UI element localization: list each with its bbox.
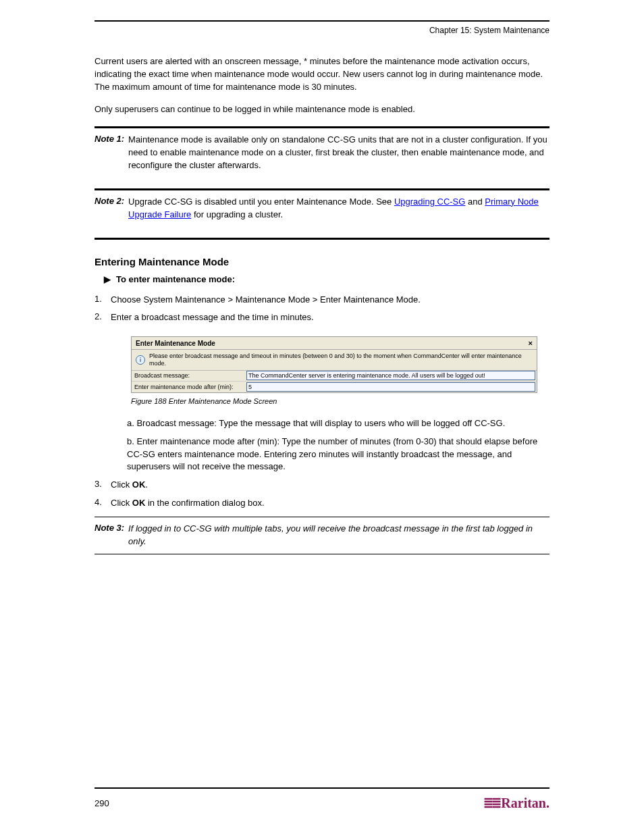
note-2-label: Note 2: [95,196,124,206]
brand-logo: ≣≣ Raritan. [483,796,549,811]
info-icon: i [136,355,145,365]
intro-paragraph-1: Current users are alerted with an onscre… [95,55,549,94]
step-1-text: Choose System Maintenance > Maintenance … [111,294,549,307]
step-4-pre: Click [111,498,132,508]
timeout-min-label: Enter maintenance mode after (min): [132,384,246,390]
upgrading-ccsg-link[interactable]: Upgrading CC-SG [394,197,466,207]
step-3-post: . [145,479,148,490]
procedure-label: To enter maintenance mode: [116,274,549,284]
step-3: 3. Click OK. [95,479,549,492]
step-4-post: in the confirmation dialog box. [145,498,264,508]
note-1: Note 1: Maintenance mode is available on… [95,128,549,178]
note-2-suffix: for upgrading a cluster. [194,209,283,219]
enter-maintenance-dialog: Enter Maintenance Mode × i Please enter … [131,336,537,393]
close-icon[interactable]: × [529,339,533,347]
dialog-title: Enter Maintenance Mode [136,340,215,347]
broadcast-message-label: Broadcast message: [132,372,246,379]
page-number: 290 [95,798,109,808]
step-3-pre: Click [111,479,132,490]
note-2-prefix: Upgrade CC-SG is disabled until you ente… [128,197,394,207]
section-title: Entering Maintenance Mode [95,256,549,267]
brand-logo-icon: ≣≣ [483,796,500,811]
arrow-icon: ▶ [104,274,116,284]
step-1: 1. Choose System Maintenance > Maintenan… [95,294,549,307]
note-2: Note 2: Upgrade CC-SG is disabled until … [95,190,549,227]
brand-logo-text: Raritan. [501,796,549,811]
step-3-ok: OK [132,479,146,490]
note-2-body: Upgrade CC-SG is disabled until you ente… [128,196,549,221]
page-footer: 290 ≣≣ Raritan. [95,787,549,811]
step-4-ok: OK [132,498,146,508]
step-2-text: Enter a broadcast message and the time i… [111,311,549,324]
figure-caption: Figure 188 Enter Maintenance Mode Screen [131,397,549,405]
broadcast-message-input[interactable] [246,371,535,380]
intro-paragraph-2: Only superusers can continue to be logge… [95,103,549,116]
note-3-label: Note 3: [95,523,124,533]
dialog-info-text: Please enter broadcast message and timeo… [149,353,533,367]
step-4: 4. Click OK in the confirmation dialog b… [95,497,549,510]
note-1-label: Note 1: [95,134,124,144]
note-1-body: Maintenance mode is available only on st… [128,134,549,172]
chapter-header: Chapter 15: System Maintenance [95,26,549,35]
step-2: 2. Enter a broadcast message and the tim… [95,311,549,324]
step-2a-text: a. Broadcast message: Type the message t… [127,417,549,430]
step-2b: b. Enter maintenance mode after (min): T… [111,436,549,474]
step-2a: a. Broadcast message: Type the message t… [111,417,549,430]
step-2b-text: b. Enter maintenance mode after (min): T… [127,436,549,474]
note-2-mid: and [468,197,485,207]
timeout-min-input[interactable] [246,382,535,392]
procedure-bullet: ▶ To enter maintenance mode: [104,274,549,284]
note-3: Note 3: If logged in to CC-SG with multi… [95,517,549,554]
note-3-body: If logged in to CC-SG with multiple tabs… [128,523,549,548]
